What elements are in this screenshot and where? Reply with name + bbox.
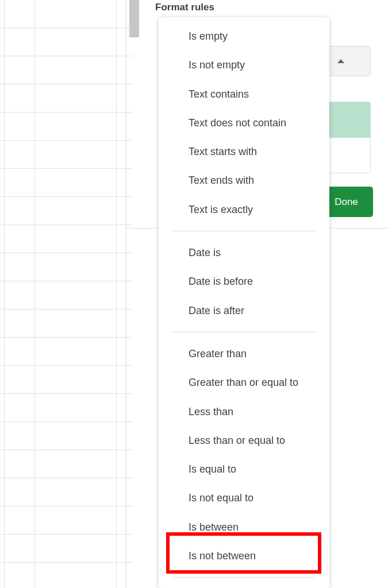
menu-divider	[171, 332, 317, 332]
menu-item-is-equal-to[interactable]: Is equal to	[159, 455, 329, 483]
menu-item-custom-formula[interactable]: Custom formula is	[159, 585, 329, 588]
chevron-up-icon	[337, 59, 344, 63]
menu-item-is-empty[interactable]: Is empty	[159, 22, 329, 51]
menu-item-is-not-between[interactable]: Is not between	[159, 541, 329, 570]
format-rule-menu: Is empty Is not empty Text contains Text…	[159, 17, 329, 588]
menu-item-date-is-before[interactable]: Date is before	[159, 267, 329, 296]
menu-item-is-between[interactable]: Is between	[159, 513, 329, 541]
menu-item-date-is[interactable]: Date is	[159, 238, 329, 267]
menu-item-date-is-after[interactable]: Date is after	[159, 296, 329, 325]
menu-item-is-not-equal-to[interactable]: Is not equal to	[159, 483, 329, 512]
spreadsheet-grid[interactable]	[0, 0, 132, 588]
done-button-label: Done	[335, 196, 358, 208]
menu-item-greater-than[interactable]: Greater than	[159, 339, 329, 368]
menu-item-is-not-empty[interactable]: Is not empty	[159, 51, 329, 79]
menu-item-less-than[interactable]: Less than	[159, 397, 329, 426]
menu-item-text-contains[interactable]: Text contains	[159, 80, 329, 109]
menu-item-text-ends-with[interactable]: Text ends with	[159, 166, 329, 195]
menu-item-text-does-not-contain[interactable]: Text does not contain	[159, 109, 329, 137]
format-rules-heading: Format rules	[155, 2, 388, 13]
menu-divider	[171, 231, 317, 231]
menu-divider	[171, 577, 317, 578]
menu-item-text-starts-with[interactable]: Text starts with	[159, 137, 329, 166]
menu-item-less-than-or-equal[interactable]: Less than or equal to	[159, 426, 329, 455]
menu-item-greater-than-or-equal[interactable]: Greater than or equal to	[159, 368, 329, 397]
menu-item-text-is-exactly[interactable]: Text is exactly	[159, 195, 329, 224]
